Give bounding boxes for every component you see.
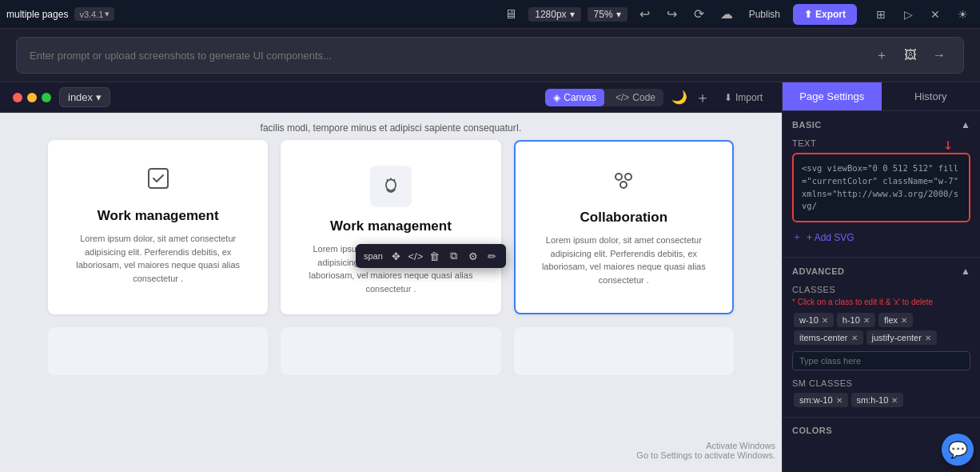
card-bottom-row <box>0 327 782 375</box>
delete-icon[interactable]: 🗑 <box>426 247 444 265</box>
card-3[interactable]: Collaboration Lorem ipsum dolor, sit ame… <box>514 140 734 314</box>
remove-class-justify-center[interactable]: ✕ <box>925 334 931 342</box>
svg-point-6 <box>625 174 631 180</box>
main-layout: index ▾ ◈ Canvas </> Code 🌙 ＋ ⬇ Import <box>0 82 980 472</box>
card-placeholder-2 <box>281 327 500 375</box>
zoom-selector[interactable]: 75% ▾ <box>588 7 627 22</box>
svg-rect-0 <box>149 169 168 188</box>
remove-class-sm-w10[interactable]: ✕ <box>836 396 843 405</box>
remove-class-items-center[interactable]: ✕ <box>851 334 858 342</box>
section-basic: BASIC ▲ TEXT ↓ <svg viewBox="0 0 512 512… <box>783 111 980 258</box>
page-selector[interactable]: index ▾ <box>59 87 110 107</box>
card-2-title: Work management <box>297 218 484 234</box>
editor-toolbar: index ▾ ◈ Canvas </> Code 🌙 ＋ ⬇ Import <box>0 82 782 113</box>
card-3-desc: Lorem ipsum dolor, sit amet consectetur … <box>532 234 716 286</box>
svg-point-7 <box>620 182 627 188</box>
export-button[interactable]: ⬆ Export <box>793 4 857 25</box>
settings-icon[interactable]: ☀ <box>951 3 974 26</box>
red-arrow-indicator: ↓ <box>943 132 953 156</box>
classes-wrap: w-10 ✕ h-10 ✕ flex ✕ items-center <box>792 311 970 346</box>
code-view-button[interactable]: </> Code <box>608 89 663 106</box>
move-icon[interactable]: ✥ <box>388 247 405 265</box>
chat-bubble-button[interactable]: 💬 <box>942 434 974 466</box>
canvas-view-button[interactable]: ◈ Canvas <box>545 89 604 106</box>
class-tag-h10[interactable]: h-10 ✕ <box>837 313 875 327</box>
nav-logo: multiple pages <box>6 9 68 20</box>
float-toolbar-element-label: span <box>361 250 386 262</box>
advanced-collapse-icon[interactable]: ▲ <box>961 266 970 277</box>
tab-history[interactable]: History <box>882 82 981 110</box>
canvas-area: facilis modi, tempore minus et adipisci … <box>0 113 782 472</box>
refresh-icon[interactable]: ⟳ <box>688 3 711 26</box>
chevron-down-icon: ▾ <box>570 9 575 20</box>
card-3-title: Collaboration <box>532 210 716 226</box>
svg-code-box[interactable]: ↓ <svg viewBox="0 0 512 512" fill="curre… <box>792 153 970 222</box>
play-icon[interactable]: ▷ <box>897 3 919 26</box>
cards-grid: Work management Lorem ipsum dolor, sit a… <box>0 140 782 327</box>
publish-button[interactable]: Publish <box>743 6 787 23</box>
redo-icon[interactable]: ↪ <box>661 3 683 26</box>
classes-hint: * Click on a class to edit it & 'x' to d… <box>792 298 970 306</box>
chevron-down-icon: ▾ <box>616 9 621 20</box>
type-class-input[interactable] <box>792 351 970 370</box>
nav-version[interactable]: v3.4.1 ▾ <box>74 7 114 21</box>
card-3-icon <box>532 167 716 198</box>
code-icon[interactable]: </> <box>407 247 424 265</box>
prompt-add-icon[interactable]: ＋ <box>870 44 893 66</box>
card-1-desc: Lorem ipsum dolor, sit amet consectetur … <box>64 232 252 285</box>
remove-class-h10[interactable]: ✕ <box>863 316 870 325</box>
prompt-bar: Enter prompt or upload screenshots to ge… <box>0 29 980 82</box>
class-tag-items-center[interactable]: items-center ✕ <box>794 330 863 345</box>
prompt-input-wrapper[interactable]: Enter prompt or upload screenshots to ge… <box>16 37 964 74</box>
svg-line-3 <box>393 179 395 181</box>
class-tag-w10[interactable]: w-10 ✕ <box>794 313 834 327</box>
add-svg-button[interactable]: ＋ + Add SVG <box>792 226 970 249</box>
chevron-down-icon: ▾ <box>96 91 102 103</box>
remove-class-w10[interactable]: ✕ <box>822 316 828 325</box>
code-icon: </> <box>615 92 629 103</box>
float-toolbar: span ✥ </> 🗑 ⧉ ⚙ ✏ <box>356 244 506 268</box>
class-tag-sm-h10[interactable]: sm:h-10 ✕ <box>851 393 904 407</box>
nav-logo-text: multiple pages <box>6 9 68 20</box>
section-advanced-header[interactable]: ADVANCED ▲ <box>783 258 980 285</box>
prompt-arrow-icon[interactable]: → <box>928 44 950 66</box>
remove-class-flex[interactable]: ✕ <box>901 316 907 325</box>
traffic-light-green[interactable] <box>42 93 51 102</box>
card-placeholder-3 <box>514 327 734 375</box>
section-advanced: ADVANCED ▲ CLASSES * Click on a class to… <box>783 258 980 418</box>
device-selector[interactable]: 1280px ▾ <box>528 7 580 22</box>
cloud-icon[interactable]: ☁ <box>715 3 738 26</box>
monitor-icon[interactable]: 🖥 <box>500 3 522 26</box>
class-tag-flex[interactable]: flex ✕ <box>878 313 913 327</box>
section-advanced-content: CLASSES * Click on a class to edit it & … <box>783 285 980 417</box>
classes-label: CLASSES <box>792 285 970 294</box>
activate-windows-watermark: Activate Windows Go to Settings to activ… <box>636 441 775 460</box>
traffic-light-red[interactable] <box>13 93 22 102</box>
tab-page-settings[interactable]: Page Settings <box>783 82 882 110</box>
class-tag-justify-center[interactable]: justify-center ✕ <box>866 330 937 345</box>
remove-class-sm-h10[interactable]: ✕ <box>891 396 898 405</box>
card-1-title: Work management <box>64 208 252 224</box>
basic-collapse-icon[interactable]: ▲ <box>961 119 970 130</box>
card-1[interactable]: Work management Lorem ipsum dolor, sit a… <box>48 140 268 314</box>
canvas-icon: ◈ <box>553 92 560 103</box>
prompt-image-icon[interactable]: 🖼 <box>899 44 922 66</box>
import-button[interactable]: ⬇ Import <box>718 89 769 106</box>
settings-icon[interactable]: ⚙ <box>464 247 482 265</box>
panel-tabs: Page Settings History <box>783 82 980 111</box>
top-nav: multiple pages v3.4.1 ▾ 🖥 1280px ▾ 75% ▾… <box>0 0 980 29</box>
panel-body: BASIC ▲ TEXT ↓ <svg viewBox="0 0 512 512… <box>783 111 980 472</box>
card-2[interactable]: Work management Lorem ipsum dolor, sit a… <box>281 140 500 314</box>
theme-toggle[interactable]: 🌙 <box>671 90 687 105</box>
traffic-light-yellow[interactable] <box>27 93 37 102</box>
sm-classes-label: SM CLASSES <box>792 378 970 388</box>
close-icon[interactable]: ✕ <box>924 3 946 26</box>
layout-icon[interactable]: ⊞ <box>870 3 892 26</box>
class-tag-sm-w10[interactable]: sm:w-10 ✕ <box>794 393 848 407</box>
edit-icon[interactable]: ✏ <box>484 247 501 265</box>
prompt-placeholder: Enter prompt or upload screenshots to ge… <box>30 50 864 62</box>
duplicate-icon[interactable]: ⧉ <box>445 247 463 265</box>
add-element-button[interactable]: ＋ <box>695 88 710 107</box>
svg-point-5 <box>615 174 622 180</box>
undo-icon[interactable]: ↩ <box>634 3 656 26</box>
